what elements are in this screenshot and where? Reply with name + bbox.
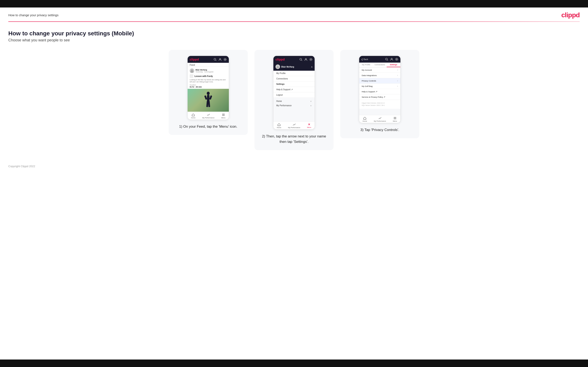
chevron-right-icon-3: › <box>397 80 398 82</box>
search-icon-3 <box>385 58 388 61</box>
settings-icon <box>223 58 227 61</box>
golf-image <box>188 89 229 112</box>
svg-point-20 <box>277 66 279 67</box>
settings-list: My Account › Data Integrations › Privacy… <box>359 67 400 100</box>
tab-connections[interactable]: Connections <box>373 63 387 67</box>
duration-label: Duration <box>190 84 227 86</box>
chevron-right-icon-4: › <box>397 85 398 87</box>
step-1-card: clippd Feed Blai <box>169 50 248 135</box>
menu-section-home[interactable]: Home ∨ <box>276 99 312 103</box>
chevron-down-icon-2: ∨ <box>310 105 312 107</box>
performance-icon-2 <box>293 123 296 126</box>
svg-point-2 <box>219 58 221 60</box>
nav-menu[interactable]: Menu <box>221 113 225 119</box>
menu-icon-3 <box>393 117 397 120</box>
settings-filler <box>359 109 400 115</box>
menu-sections: Home ∨ My Performance ∨ <box>273 98 315 109</box>
step-1-phone: clippd Feed Blai <box>187 56 229 120</box>
menu-user-row: Blair McHarg ∧ <box>273 63 315 71</box>
step-3-card: ❮ Back My Profile Connections Settings <box>340 50 419 138</box>
step3-bottom-nav: Home My Performance Menu <box>359 115 400 123</box>
svg-point-18 <box>311 59 311 60</box>
search-icon <box>213 58 217 61</box>
svg-point-4 <box>224 58 226 61</box>
menu-item-connections[interactable]: Connections <box>273 76 315 82</box>
step2-icons <box>299 58 312 61</box>
author-name: Blair McHarg <box>196 69 213 71</box>
menu-avatar <box>276 65 280 69</box>
settings-row-privacy-policy[interactable]: Service & Privacy Policy ↗ <box>359 94 400 100</box>
menu-icon <box>222 113 225 117</box>
chevron-down-icon: ∨ <box>310 100 312 102</box>
duration-value: 01 hr : 30 min <box>190 86 227 88</box>
chevron-right-icon-2: › <box>397 74 398 76</box>
settings-icon-2 <box>309 58 312 61</box>
post-author: Blair McHarg Yesterday · Sunningdale <box>190 68 227 73</box>
settings-row-myaccount[interactable]: My Account › <box>359 67 400 73</box>
nav-performance-3: My Performance <box>374 117 386 122</box>
nav-close[interactable]: ✕ Menu <box>307 123 311 128</box>
svg-point-6 <box>207 92 210 95</box>
svg-point-17 <box>305 58 306 60</box>
step2-bottom-nav: Home My Performance ✕ Menu <box>273 121 315 129</box>
svg-point-0 <box>214 58 216 60</box>
step1-logo: clippd <box>190 58 199 61</box>
home-icon-2 <box>277 123 281 126</box>
menu-items-list: My Profile Connections Settings Help & S… <box>273 71 315 98</box>
settings-row-help[interactable]: Help & Support ↗ <box>359 89 400 94</box>
header: How to change your privacy settings clip… <box>0 8 588 21</box>
back-button[interactable]: ❮ Back <box>361 58 368 60</box>
step1-icons <box>213 58 227 61</box>
menu-item-myprofile[interactable]: My Profile <box>273 71 315 76</box>
menu-item-logout[interactable]: Logout <box>273 92 315 98</box>
step-3-caption: 3) Tap 'Privacy Controls'. <box>360 127 399 133</box>
svg-rect-8 <box>204 95 207 100</box>
page-subheading: Choose what you want people to see <box>8 38 580 42</box>
svg-rect-11 <box>208 101 210 107</box>
svg-point-3 <box>225 59 226 60</box>
search-icon-2 <box>299 58 303 61</box>
menu-filler <box>273 109 315 121</box>
settings-row-privacy[interactable]: Privacy Controls › <box>359 78 400 83</box>
menu-item-help[interactable]: Help & Support ↗ <box>273 87 315 92</box>
step-2-caption: 2) Then, tap the arrow next to your name… <box>259 134 329 144</box>
user-icon-3 <box>390 58 393 61</box>
nav-home-2: Home <box>277 123 281 128</box>
step-3-phone: ❮ Back My Profile Connections Settings <box>359 56 401 123</box>
menu-section-performance[interactable]: My Performance ∨ <box>276 103 312 108</box>
version-info: Clippd Client Version: 2022.8.3-3 GQL Se… <box>359 100 400 109</box>
nav-performance: My Performance <box>202 113 215 119</box>
avatar <box>190 68 194 73</box>
step1-appbar: clippd <box>188 56 229 63</box>
copyright: Copyright Clippd 2022 <box>8 165 35 168</box>
settings-row-dataint[interactable]: Data Integrations › <box>359 73 400 78</box>
svg-point-23 <box>391 58 392 59</box>
svg-line-1 <box>216 60 216 61</box>
user-icon <box>218 58 222 61</box>
step-1-caption: 1) On your Feed, tap the 'Menu' icon. <box>179 124 237 129</box>
author-info: Blair McHarg Yesterday · Sunningdale <box>196 69 213 73</box>
performance-icon <box>207 113 210 117</box>
svg-point-5 <box>191 69 193 71</box>
menu-item-settings[interactable]: Settings <box>273 82 315 87</box>
author-location: Yesterday · Sunningdale <box>196 71 213 73</box>
lesson-row: Lesson with Fordy <box>190 74 227 78</box>
step2-logo: clippd <box>276 58 285 61</box>
svg-point-21 <box>386 58 388 60</box>
home-icon <box>191 113 195 117</box>
top-bar <box>0 0 588 8</box>
settings-tabs: My Profile Connections Settings <box>359 63 400 67</box>
svg-point-19 <box>310 58 312 61</box>
user-icon-2 <box>304 58 308 61</box>
svg-point-24 <box>396 59 397 60</box>
tab-myprofile[interactable]: My Profile <box>359 63 373 67</box>
settings-row-golfbag[interactable]: My Golf Bag › <box>359 83 400 89</box>
close-icon: ✕ <box>308 123 310 126</box>
chevron-up-icon: ∧ <box>311 66 312 68</box>
menu-user-left: Blair McHarg <box>276 65 294 69</box>
home-icon-3 <box>363 117 366 120</box>
nav-menu-3[interactable]: Menu <box>393 117 397 122</box>
page-heading: How to change your privacy settings (Mob… <box>8 30 580 37</box>
chevron-right-icon: › <box>397 69 398 71</box>
tab-settings[interactable]: Settings <box>387 63 400 67</box>
